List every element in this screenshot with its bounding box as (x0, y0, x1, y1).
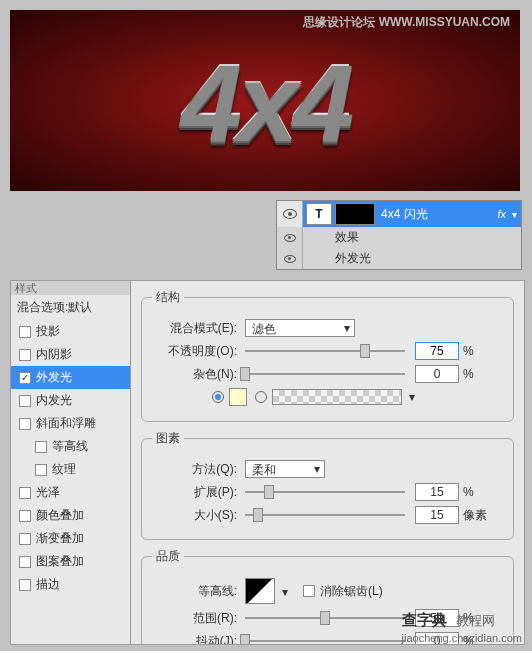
elements-legend: 图素 (152, 430, 184, 447)
layer-mask-thumbnail[interactable] (335, 203, 375, 225)
contour-picker[interactable] (245, 578, 275, 604)
blend-mode-select[interactable]: 滤色 (245, 319, 355, 337)
style-label: 外发光 (36, 369, 72, 386)
watermark-url: jiaocheng.chazidian.com (402, 632, 522, 644)
jitter-label: 抖动(J): (152, 633, 237, 646)
spread-input[interactable]: 15 (415, 483, 459, 501)
contour-label: 等高线: (152, 583, 237, 600)
style-label: 光泽 (36, 484, 60, 501)
styles-list-panel: 样式 混合选项:默认 投影内阴影外发光内发光斜面和浮雕等高线纹理光泽颜色叠加渐变… (10, 280, 130, 645)
style-checkbox[interactable] (19, 372, 31, 384)
effects-row[interactable]: 效果 (277, 227, 521, 248)
quality-legend: 品质 (152, 548, 184, 565)
style-checkbox[interactable] (19, 326, 31, 338)
style-option[interactable]: 图案叠加 (11, 550, 130, 573)
noise-input[interactable]: 0 (415, 365, 459, 383)
opacity-slider[interactable] (245, 344, 405, 358)
style-option[interactable]: 内发光 (11, 389, 130, 412)
antialias-checkbox[interactable] (303, 585, 315, 597)
style-checkbox[interactable] (19, 395, 31, 407)
antialias-label: 消除锯齿(L) (320, 583, 383, 600)
color-swatch[interactable] (229, 388, 247, 406)
eye-icon (283, 209, 297, 219)
blend-mode-value: 滤色 (252, 322, 276, 336)
color-radio[interactable] (212, 391, 224, 403)
eye-icon (284, 234, 296, 242)
style-label: 内阴影 (36, 346, 72, 363)
effects-label: 效果 (303, 229, 359, 246)
spread-unit: % (463, 485, 487, 499)
size-unit: 像素 (463, 507, 487, 524)
style-option-list: 投影内阴影外发光内发光斜面和浮雕等高线纹理光泽颜色叠加渐变叠加图案叠加描边 (11, 320, 130, 596)
settings-panel: 结构 混合模式(E): 滤色 不透明度(O): 75 % 杂色(N): 0 % (130, 280, 525, 645)
opacity-label: 不透明度(O): (152, 343, 237, 360)
noise-slider[interactable] (245, 367, 405, 381)
spread-label: 扩展(P): (152, 484, 237, 501)
layer-style-dialog: 样式 混合选项:默认 投影内阴影外发光内发光斜面和浮雕等高线纹理光泽颜色叠加渐变… (10, 280, 525, 645)
opacity-unit: % (463, 344, 487, 358)
fx-badge[interactable]: fx (497, 208, 506, 220)
range-slider[interactable] (245, 611, 405, 625)
layer-row[interactable]: T 4x4 闪光 fx ▾ (277, 201, 521, 227)
style-checkbox[interactable] (19, 418, 31, 430)
eye-icon (284, 255, 296, 263)
noise-unit: % (463, 367, 487, 381)
style-label: 描边 (36, 576, 60, 593)
structure-group: 结构 混合模式(E): 滤色 不透明度(O): 75 % 杂色(N): 0 % (141, 289, 514, 422)
size-input[interactable]: 15 (415, 506, 459, 524)
spread-slider[interactable] (245, 485, 405, 499)
style-label: 颜色叠加 (36, 507, 84, 524)
technique-label: 方法(Q): (152, 461, 237, 478)
layer-thumbnail[interactable]: T (306, 203, 332, 225)
style-option[interactable]: 斜面和浮雕 (11, 412, 130, 435)
style-checkbox[interactable] (19, 510, 31, 522)
preview-text: 4x4 (181, 37, 350, 164)
visibility-toggle[interactable] (277, 248, 303, 269)
size-slider[interactable] (245, 508, 405, 522)
blend-mode-label: 混合模式(E): (152, 320, 237, 337)
size-label: 大小(S): (152, 507, 237, 524)
style-option[interactable]: 等高线 (11, 435, 130, 458)
style-checkbox[interactable] (19, 487, 31, 499)
style-checkbox[interactable] (19, 533, 31, 545)
structure-legend: 结构 (152, 289, 184, 306)
style-label: 图案叠加 (36, 553, 84, 570)
style-label: 渐变叠加 (36, 530, 84, 547)
style-option[interactable]: 纹理 (11, 458, 130, 481)
style-option[interactable]: 渐变叠加 (11, 527, 130, 550)
jitter-slider[interactable] (245, 634, 405, 645)
style-label: 内发光 (36, 392, 72, 409)
technique-select[interactable]: 柔和 (245, 460, 325, 478)
style-checkbox[interactable] (19, 556, 31, 568)
chevron-down-icon[interactable]: ▾ (512, 209, 517, 220)
style-checkbox[interactable] (35, 441, 47, 453)
noise-label: 杂色(N): (152, 366, 237, 383)
outer-glow-row[interactable]: 外发光 (277, 248, 521, 269)
watermark-small: 教程网 (456, 613, 495, 628)
style-option[interactable]: 投影 (11, 320, 130, 343)
style-option[interactable]: 外发光 (11, 366, 130, 389)
style-option[interactable]: 颜色叠加 (11, 504, 130, 527)
watermark-text: 思缘设计论坛 WWW.MISSYUAN.COM (303, 14, 510, 31)
style-option[interactable]: 光泽 (11, 481, 130, 504)
style-checkbox[interactable] (19, 349, 31, 361)
style-label: 纹理 (52, 461, 76, 478)
style-option[interactable]: 内阴影 (11, 343, 130, 366)
layer-name[interactable]: 4x4 闪光 (381, 206, 497, 223)
style-label: 投影 (36, 323, 60, 340)
style-option[interactable]: 描边 (11, 573, 130, 596)
visibility-toggle[interactable] (277, 227, 303, 248)
gradient-radio[interactable] (255, 391, 267, 403)
opacity-input[interactable]: 75 (415, 342, 459, 360)
style-checkbox[interactable] (19, 579, 31, 591)
outer-glow-label: 外发光 (303, 250, 371, 267)
gradient-preview[interactable] (272, 389, 402, 405)
style-label: 等高线 (52, 438, 88, 455)
panel-header: 样式 (11, 281, 130, 295)
page-watermark: 查字典 教程网 jiaocheng.chazidian.com (402, 611, 522, 645)
visibility-toggle[interactable] (277, 201, 303, 227)
technique-value: 柔和 (252, 463, 276, 477)
blend-options-header[interactable]: 混合选项:默认 (11, 295, 130, 320)
watermark-big: 查字典 (402, 611, 447, 628)
style-checkbox[interactable] (35, 464, 47, 476)
